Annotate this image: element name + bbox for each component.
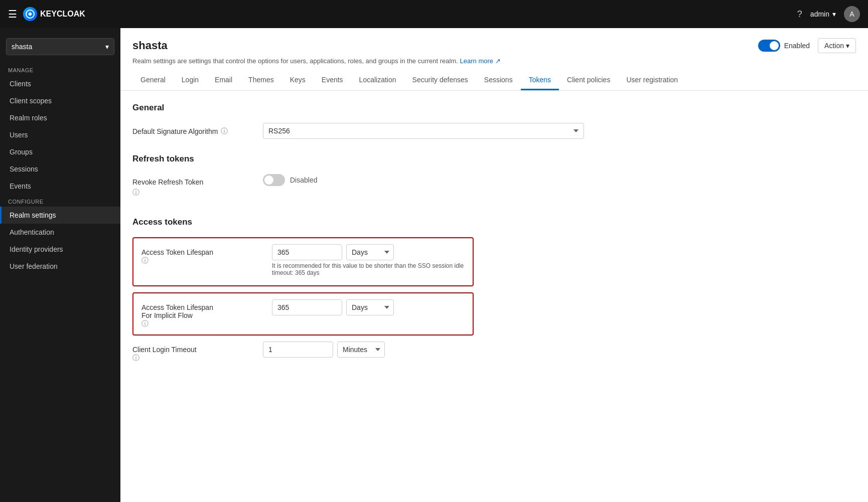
username: admin bbox=[810, 10, 829, 18]
sidebar-item-authentication[interactable]: Authentication bbox=[0, 224, 120, 241]
lifespan-help-icon[interactable]: ⓘ bbox=[141, 256, 213, 265]
tab-events[interactable]: Events bbox=[314, 71, 351, 90]
sidebar-item-users[interactable]: Users bbox=[0, 126, 120, 143]
tab-sessions[interactable]: Sessions bbox=[476, 71, 521, 90]
client-login-timeout-unit[interactable]: Minutes Hours Days Seconds bbox=[337, 342, 385, 358]
configure-section-label: Configure bbox=[0, 195, 120, 207]
identity-providers-label: Identity providers bbox=[10, 245, 63, 253]
revoke-refresh-row: Revoke Refresh Token ⓘ Disabled bbox=[132, 174, 584, 197]
default-sig-control: RS256 bbox=[263, 123, 584, 139]
access-token-implicit-label: Access Token Lifespan For Implicit Flow … bbox=[141, 299, 272, 328]
page-description: Realm settings are settings that control… bbox=[132, 57, 856, 65]
tab-email[interactable]: Email bbox=[207, 71, 240, 90]
tab-keys[interactable]: Keys bbox=[282, 71, 314, 90]
client-login-timeout-label: Client Login Timeout ⓘ bbox=[132, 342, 263, 363]
client-scopes-label: Client scopes bbox=[10, 97, 52, 105]
tab-tokens[interactable]: Tokens bbox=[521, 71, 559, 90]
implicit-help-icon[interactable]: ⓘ bbox=[141, 319, 213, 328]
sidebar-item-user-federation[interactable]: User federation bbox=[0, 258, 120, 275]
revoke-refresh-label: Revoke Refresh Token ⓘ bbox=[132, 174, 263, 197]
manage-section-label: Manage bbox=[0, 63, 120, 75]
default-sig-row: Default Signature Algorithm ⓘ RS256 bbox=[132, 123, 584, 139]
access-token-lifespan-label: Access Token Lifespan ⓘ bbox=[141, 244, 272, 265]
learn-more-link[interactable]: Learn more ↗ bbox=[460, 57, 501, 65]
sidebar-item-realm-roles[interactable]: Realm roles bbox=[0, 109, 120, 126]
client-login-timeout-input[interactable] bbox=[263, 342, 333, 358]
avatar[interactable]: A bbox=[844, 6, 860, 22]
default-sig-help-icon[interactable]: ⓘ bbox=[221, 127, 228, 136]
realm-selector[interactable]: shasta ▾ bbox=[6, 38, 114, 55]
main-content: shasta Enabled Action ▾ Realm settings a… bbox=[120, 28, 868, 502]
action-chevron-icon: ▾ bbox=[846, 42, 849, 50]
action-label: Action bbox=[824, 42, 844, 50]
realm-name: shasta bbox=[12, 43, 32, 51]
revoke-help-icon[interactable]: ⓘ bbox=[132, 188, 139, 197]
enabled-label: Enabled bbox=[784, 42, 810, 50]
sidebar-item-client-scopes[interactable]: Client scopes bbox=[0, 92, 120, 109]
sidebar-item-sessions[interactable]: Sessions bbox=[0, 160, 120, 178]
revoke-refresh-toggle[interactable] bbox=[263, 174, 285, 186]
user-menu[interactable]: admin ▾ bbox=[810, 10, 836, 18]
tab-localization[interactable]: Localization bbox=[351, 71, 404, 90]
navbar: ☰ KEYCLOAK ? admin ▾ A bbox=[0, 0, 868, 28]
help-icon[interactable]: ? bbox=[797, 9, 802, 20]
enabled-switch[interactable] bbox=[758, 40, 780, 52]
access-token-lifespan-box: Access Token Lifespan ⓘ Days Hours Minut… bbox=[132, 237, 474, 286]
default-sig-select[interactable]: RS256 bbox=[263, 123, 584, 139]
access-token-implicit-input[interactable] bbox=[272, 299, 342, 315]
client-login-help-icon[interactable]: ⓘ bbox=[132, 354, 197, 363]
enabled-toggle[interactable]: Enabled bbox=[758, 40, 810, 52]
general-section-title: General bbox=[132, 103, 856, 113]
access-tokens-section-title: Access tokens bbox=[132, 217, 856, 227]
tabs: General Login Email Themes Keys Events L… bbox=[132, 71, 856, 90]
users-label: Users bbox=[10, 131, 28, 139]
sidebar: shasta ▾ Manage Clients Client scopes Re… bbox=[0, 28, 120, 502]
sidebar-item-groups[interactable]: Groups bbox=[0, 143, 120, 160]
events-label: Events bbox=[10, 182, 31, 190]
sidebar-item-events[interactable]: Events bbox=[0, 178, 120, 195]
tab-themes[interactable]: Themes bbox=[240, 71, 282, 90]
authentication-label: Authentication bbox=[10, 228, 54, 236]
access-token-lifespan-row: Access Token Lifespan ⓘ Days Hours Minut… bbox=[141, 244, 465, 276]
sidebar-item-realm-settings[interactable]: Realm settings bbox=[0, 207, 120, 224]
header-actions: Enabled Action ▾ bbox=[758, 38, 856, 53]
page-header: shasta Enabled Action ▾ Realm settings a… bbox=[120, 28, 868, 91]
default-sig-label: Default Signature Algorithm ⓘ bbox=[132, 123, 263, 136]
user-chevron-icon: ▾ bbox=[832, 10, 836, 18]
refresh-tokens-section-title: Refresh tokens bbox=[132, 154, 856, 164]
sidebar-item-identity-providers[interactable]: Identity providers bbox=[0, 241, 120, 258]
external-link-icon: ↗ bbox=[495, 57, 501, 65]
tab-security-defenses[interactable]: Security defenses bbox=[404, 71, 476, 90]
access-token-implicit-row: Access Token Lifespan For Implicit Flow … bbox=[141, 299, 465, 328]
logo-icon bbox=[23, 7, 37, 21]
access-token-lifespan-control: Days Hours Minutes Seconds It is recomme… bbox=[272, 244, 465, 276]
realm-settings-label: Realm settings bbox=[10, 211, 56, 219]
client-login-timeout-control: Minutes Hours Days Seconds bbox=[263, 342, 584, 358]
realm-roles-label: Realm roles bbox=[10, 114, 47, 122]
menu-icon[interactable]: ☰ bbox=[8, 8, 17, 20]
access-token-implicit-box: Access Token Lifespan For Implicit Flow … bbox=[132, 292, 474, 336]
lifespan-warning: It is recommended for this value to be s… bbox=[272, 262, 465, 276]
action-button[interactable]: Action ▾ bbox=[818, 38, 856, 53]
content-area: General Default Signature Algorithm ⓘ RS… bbox=[120, 91, 868, 385]
sidebar-section-manage: Manage Clients Client scopes Realm roles… bbox=[0, 63, 120, 195]
groups-label: Groups bbox=[10, 148, 33, 156]
sessions-label: Sessions bbox=[10, 165, 38, 173]
access-token-lifespan-input[interactable] bbox=[272, 244, 342, 260]
tab-client-policies[interactable]: Client policies bbox=[559, 71, 618, 90]
tab-user-registration[interactable]: User registration bbox=[618, 71, 686, 90]
client-login-timeout-row: Client Login Timeout ⓘ Minutes Hours Day… bbox=[132, 342, 584, 363]
access-token-lifespan-unit[interactable]: Days Hours Minutes Seconds bbox=[346, 244, 394, 260]
access-token-implicit-unit[interactable]: Days Hours Minutes Seconds bbox=[346, 299, 394, 315]
logo: KEYCLOAK bbox=[23, 7, 85, 21]
user-federation-label: User federation bbox=[10, 262, 58, 270]
clients-label: Clients bbox=[10, 80, 31, 88]
revoke-refresh-control: Disabled bbox=[263, 174, 584, 186]
tab-login[interactable]: Login bbox=[174, 71, 207, 90]
sidebar-section-configure: Configure Realm settings Authentication … bbox=[0, 195, 120, 275]
tab-general[interactable]: General bbox=[132, 71, 174, 90]
access-token-implicit-control: Days Hours Minutes Seconds bbox=[272, 299, 465, 315]
logo-text: KEYCLOAK bbox=[40, 10, 85, 19]
sidebar-item-clients[interactable]: Clients bbox=[0, 75, 120, 92]
realm-chevron-icon: ▾ bbox=[105, 43, 109, 51]
